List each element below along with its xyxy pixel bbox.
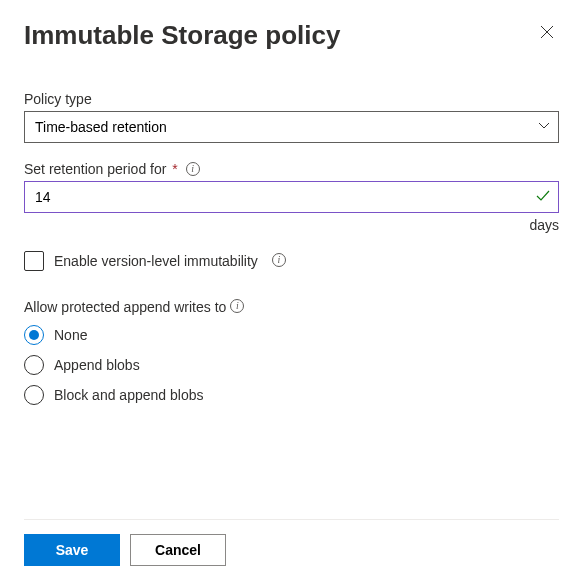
policy-type-value: Time-based retention [35, 119, 167, 135]
save-button[interactable]: Save [24, 534, 120, 566]
radio-option-append[interactable]: Append blobs [24, 355, 559, 375]
info-icon[interactable]: i [230, 299, 244, 313]
panel-header: Immutable Storage policy [24, 20, 559, 51]
radio-block[interactable] [24, 385, 44, 405]
required-asterisk: * [172, 161, 177, 177]
retention-unit: days [24, 217, 559, 233]
policy-type-label: Policy type [24, 91, 559, 107]
retention-input[interactable] [24, 181, 559, 213]
policy-type-field: Policy type Time-based retention [24, 91, 559, 143]
panel-body: Policy type Time-based retention Set ret… [24, 91, 559, 519]
radio-append[interactable] [24, 355, 44, 375]
radio-option-none[interactable]: None [24, 325, 559, 345]
radio-none[interactable] [24, 325, 44, 345]
radio-block-label: Block and append blobs [54, 387, 203, 403]
close-icon [539, 24, 555, 40]
retention-label: Set retention period for * i [24, 161, 559, 177]
panel-title: Immutable Storage policy [24, 20, 340, 51]
version-level-row[interactable]: Enable version-level immutability i [24, 251, 559, 271]
radio-none-label: None [54, 327, 87, 343]
immutable-storage-policy-panel: Immutable Storage policy Policy type Tim… [0, 0, 583, 586]
radio-option-block[interactable]: Block and append blobs [24, 385, 559, 405]
panel-footer: Save Cancel [24, 519, 559, 566]
append-writes-group: Allow protected append writes to i None … [24, 299, 559, 405]
radio-append-label: Append blobs [54, 357, 140, 373]
retention-field: Set retention period for * i days [24, 161, 559, 233]
checkmark-icon [535, 188, 551, 207]
cancel-button[interactable]: Cancel [130, 534, 226, 566]
retention-label-text: Set retention period for [24, 161, 166, 177]
close-button[interactable] [535, 20, 559, 44]
append-writes-label: Allow protected append writes to [24, 299, 226, 315]
version-level-label: Enable version-level immutability [54, 253, 258, 269]
info-icon[interactable]: i [272, 253, 286, 267]
policy-type-select[interactable]: Time-based retention [24, 111, 559, 143]
version-level-checkbox[interactable] [24, 251, 44, 271]
info-icon[interactable]: i [186, 162, 200, 176]
